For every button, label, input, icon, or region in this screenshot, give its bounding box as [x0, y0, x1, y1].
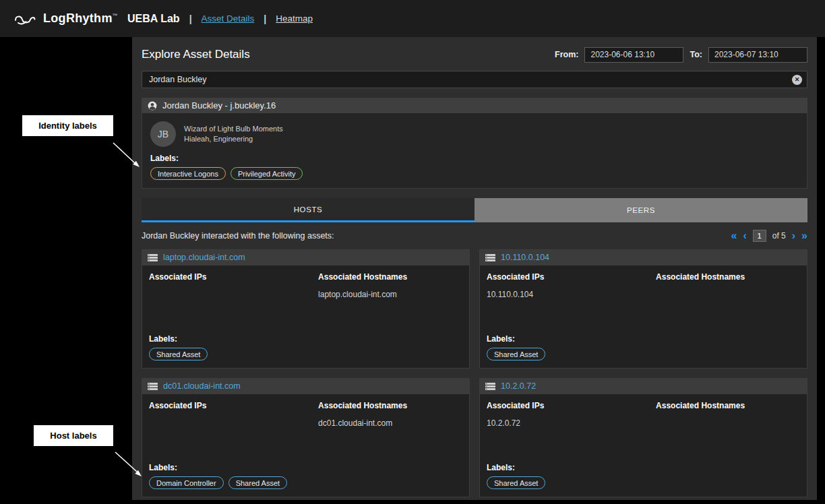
- title-row: Explore Asset Details From: To:: [142, 45, 807, 64]
- asset-card-body: Associated IPs 10.110.0.104 Associated H…: [479, 265, 807, 369]
- asset-card: 10.2.0.72 Associated IPs 10.2.0.72 Assoc…: [479, 378, 807, 497]
- asset-label-pill: Shared Asset: [487, 476, 545, 489]
- asset-card-body: Associated IPs 10.2.0.72 Associated Host…: [479, 394, 807, 497]
- to-date-input[interactable]: [708, 47, 807, 63]
- identity-summary: JB Wizard of Light Bulb Moments Hialeah,…: [150, 121, 799, 147]
- next-page-button[interactable]: ›: [792, 230, 795, 241]
- from-date-input[interactable]: [584, 47, 683, 63]
- identity-card-body: JB Wizard of Light Bulb Moments Hialeah,…: [142, 113, 807, 189]
- associated-ips-value: 10.2.0.72: [487, 418, 656, 428]
- tab-hosts[interactable]: HOSTS: [142, 198, 475, 222]
- server-icon: [485, 383, 495, 390]
- brand-name: LogRhythm™: [43, 11, 118, 26]
- asset-grid: laptop.cloudai-int.com Associated IPs As…: [142, 249, 807, 497]
- search-bar: ✕: [142, 71, 807, 88]
- labels-heading: Labels:: [487, 334, 800, 344]
- asset-label-pill: Shared Asset: [487, 348, 545, 360]
- identity-labels-row: Interactive Logons Privileged Activity: [150, 167, 799, 180]
- prev-page-button[interactable]: ‹: [743, 230, 746, 241]
- asset-labels-row: Domain Controller Shared Asset: [149, 476, 462, 489]
- asset-card: laptop.cloudai-int.com Associated IPs As…: [142, 249, 470, 369]
- identity-meta: Wizard of Light Bulb Moments Hialeah, En…: [184, 124, 283, 144]
- nav-asset-details[interactable]: Asset Details: [202, 13, 255, 24]
- associated-ips-value: 10.110.0.104: [487, 290, 656, 299]
- asset-label-pill: Shared Asset: [228, 476, 287, 489]
- annotation-identity-labels: Identity labels: [22, 115, 113, 136]
- avatar: JB: [150, 121, 176, 147]
- asset-label-pill: Shared Asset: [149, 348, 208, 360]
- associated-ips-header: Associated IPs: [149, 401, 318, 410]
- nav-heatmap[interactable]: Heatmap: [276, 13, 313, 24]
- identity-location: Hialeah, Engineering: [184, 134, 283, 144]
- pagination: « ‹ 1 of 5 › »: [731, 230, 807, 242]
- asset-labels-row: Shared Asset: [149, 348, 462, 360]
- tab-peers[interactable]: PEERS: [475, 198, 807, 222]
- associated-hostnames-header: Associated Hostnames: [656, 401, 800, 410]
- results-header-row: Jordan Buckley interacted with the follo…: [142, 228, 807, 244]
- associated-ips-header: Associated IPs: [487, 272, 656, 282]
- asset-labels-row: Shared Asset: [487, 476, 800, 489]
- asset-name-link[interactable]: laptop.cloudai-int.com: [163, 253, 245, 262]
- labels-heading: Labels:: [487, 463, 800, 472]
- date-range-controls: From: To:: [555, 47, 807, 63]
- associated-hostnames-header: Associated Hostnames: [318, 401, 462, 410]
- brand-text: LogRhythm: [43, 11, 113, 25]
- identity-name: Jordan Buckley - j.buckley.16: [162, 100, 276, 111]
- asset-labels-row: Shared Asset: [487, 348, 800, 360]
- asset-card-header: laptop.cloudai-int.com: [142, 249, 470, 265]
- associated-hostnames-value: laptop.cloudai-int.com: [318, 290, 462, 299]
- asset-card-header: 10.110.0.104: [479, 249, 807, 265]
- associated-hostnames-header: Associated Hostnames: [318, 272, 462, 282]
- identity-label-pill: Privileged Activity: [231, 167, 303, 180]
- asset-name-link[interactable]: 10.2.0.72: [501, 381, 536, 391]
- app-title: UEBA Lab: [127, 13, 180, 25]
- server-icon: [148, 383, 158, 390]
- labels-heading: Labels:: [150, 154, 799, 163]
- main-content: Explore Asset Details From: To: ✕ Jordan…: [132, 37, 817, 500]
- identity-role: Wizard of Light Bulb Moments: [184, 124, 283, 134]
- server-icon: [485, 254, 495, 261]
- nav-separator: |: [189, 13, 192, 24]
- associated-hostnames-value: dc01.cloudai-int.com: [318, 418, 462, 428]
- first-page-button[interactable]: «: [731, 230, 737, 241]
- search-input[interactable]: [142, 71, 807, 88]
- annotation-host-labels: Host labels: [34, 425, 113, 446]
- asset-card: 10.110.0.104 Associated IPs 10.110.0.104…: [479, 249, 807, 369]
- identity-label-pill: Interactive Logons: [150, 167, 226, 180]
- asset-name-link[interactable]: 10.110.0.104: [501, 253, 549, 262]
- results-intro: Jordan Buckley interacted with the follo…: [142, 231, 334, 241]
- page-title: Explore Asset Details: [142, 48, 250, 61]
- nav-separator: |: [264, 13, 266, 24]
- trademark-mark: ™: [113, 13, 118, 19]
- current-page: 1: [753, 230, 766, 242]
- asset-card: dc01.cloudai-int.com Associated IPs Asso…: [142, 378, 470, 497]
- from-label: From:: [555, 50, 578, 59]
- server-icon: [148, 254, 158, 261]
- tabs-bar: HOSTS PEERS: [142, 198, 807, 222]
- person-icon: [148, 101, 157, 111]
- top-nav-bar: LogRhythm™ UEBA Lab | Asset Details | He…: [0, 0, 825, 37]
- asset-card-body: Associated IPs Associated Hostnames dc01…: [142, 394, 470, 497]
- last-page-button[interactable]: »: [801, 230, 807, 241]
- associated-ips-header: Associated IPs: [149, 272, 318, 282]
- asset-card-header: 10.2.0.72: [479, 378, 807, 394]
- asset-card-header: dc01.cloudai-int.com: [142, 378, 470, 394]
- clear-search-icon[interactable]: ✕: [792, 75, 802, 85]
- associated-ips-header: Associated IPs: [487, 401, 656, 410]
- labels-heading: Labels:: [149, 334, 462, 344]
- asset-card-body: Associated IPs Associated Hostnames lapt…: [142, 265, 470, 369]
- identity-card: Jordan Buckley - j.buckley.16 JB Wizard …: [142, 98, 807, 189]
- page-count-label: of 5: [772, 231, 786, 241]
- asset-label-pill: Domain Controller: [149, 476, 224, 489]
- identity-card-header: Jordan Buckley - j.buckley.16: [142, 98, 807, 113]
- associated-hostnames-header: Associated Hostnames: [656, 272, 800, 282]
- to-label: To:: [690, 50, 702, 59]
- labels-heading: Labels:: [149, 463, 462, 472]
- asset-name-link[interactable]: dc01.cloudai-int.com: [163, 381, 241, 391]
- logrhythm-logo-icon: [13, 12, 36, 26]
